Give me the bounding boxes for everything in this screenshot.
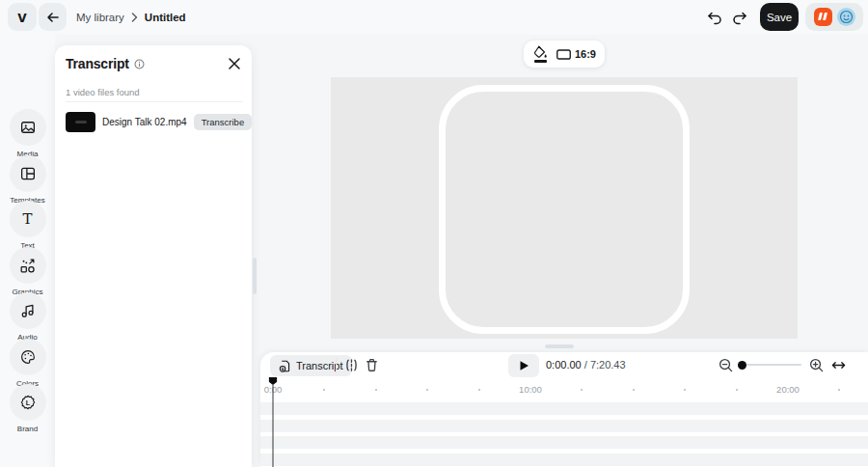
aspect-ratio-value: 16:9 [575,48,596,60]
ruler-tick-dot [838,389,840,391]
panel-scrollbar[interactable] [253,258,257,294]
playhead[interactable] [269,377,278,467]
org-badge-icon[interactable] [814,8,832,26]
playhead-flag[interactable] [269,377,278,385]
sidebar-item-templates[interactable]: Templates [0,155,55,205]
timeline-resize-handle[interactable] [545,344,574,348]
ruler-label: 20:00 [776,384,800,395]
ruler-tick-dot [426,389,428,391]
play-button[interactable] [508,354,539,377]
undo-icon[interactable] [705,9,722,26]
breadcrumb-current: Untitled [145,12,186,23]
current-time: 0:00.00 [546,359,582,371]
ruler-tick-dot [375,389,377,391]
ruler-tick-dot [323,389,325,391]
svg-text:T: T [22,210,32,228]
zoom-in-icon[interactable] [808,357,825,373]
timeline-track[interactable] [260,436,868,449]
colors-icon [19,348,37,366]
ruler-tick-dot [633,389,635,391]
sidebar-item-colors[interactable]: Colors [0,339,55,388]
timeline-ruler[interactable]: 0:0010:0020:00 [260,378,868,398]
ruler-label: 10:00 [519,384,542,395]
breadcrumb: My library Untitled [76,0,186,35]
timeline-panel: Transcript 0:00.00 / 7:20.43 0:0010:0020… [260,352,868,467]
trash-icon[interactable] [364,357,380,373]
brand-icon: L [19,394,37,411]
zoom-slider-knob[interactable] [738,361,746,370]
left-sidebar: Media Templates T Text Graphics Audio Co… [0,35,55,467]
sidebar-item-text[interactable]: T Text [0,201,55,250]
templates-icon [19,165,37,182]
transcript-doc-icon [279,360,291,372]
video-canvas[interactable] [331,77,798,339]
video-thumbnail[interactable] [66,112,95,132]
sidebar-item-brand[interactable]: L Brand [0,384,55,433]
ruler-tick-dot [581,389,583,391]
media-icon [19,119,37,136]
toolbar-divider [336,358,337,373]
background-fill-button[interactable] [532,45,549,63]
top-header: v My library Untitled Save [0,0,868,35]
sidebar-item-media[interactable]: Media [0,109,55,158]
timeline-track[interactable] [260,453,868,466]
info-icon[interactable] [134,59,145,69]
ruler-tick-dot [736,389,738,391]
sidebar-item-audio[interactable]: Audio [0,292,55,342]
time-display: 0:00.00 / 7:20.43 [546,359,626,371]
ruler-tick-dot [684,389,686,391]
playhead-line [272,385,274,467]
split-clip-icon[interactable] [343,357,360,373]
transcript-panel: Transcript 1 video files found Design Ta… [55,45,252,467]
redo-icon[interactable] [732,9,749,26]
avatar-face-icon [837,8,855,26]
total-time: 7:20.43 [590,359,626,371]
aspect-ratio-button[interactable]: 16:9 [556,48,596,60]
back-arrow-icon [45,10,61,25]
display-icon [556,49,571,60]
avatar[interactable] [837,8,855,26]
fill-color-indicator [534,60,547,63]
files-found-text: 1 video files found [66,87,140,97]
ruler-tick-dot [478,389,480,391]
video-file-name: Design Talk 02.mp4 [102,117,187,127]
timeline-track[interactable] [260,402,868,415]
canvas-frame-placeholder [439,85,690,334]
sidebar-label-brand: Brand [0,425,55,433]
canvas-toolbar: 16:9 [524,41,605,68]
play-icon [519,360,529,371]
account-pill [805,3,863,31]
video-file-row: Design Talk 02.mp4 Transcribe [66,106,243,137]
zoom-slider[interactable] [738,364,801,366]
svg-text:L: L [25,399,30,407]
audio-icon [19,302,37,319]
panel-divider [66,101,243,102]
text-icon: T [18,210,37,229]
transcribe-button[interactable]: Transcribe [194,114,253,130]
transcript-panel-title: Transcript [66,56,129,71]
timeline-track[interactable] [260,420,868,432]
timeline-tracks [260,398,868,467]
graphics-icon [18,257,37,275]
save-button[interactable]: Save [760,3,799,31]
chevron-right-icon [131,13,138,22]
time-separator: / [584,359,587,371]
timeline-transcript-button[interactable]: Transcript [270,355,352,376]
paint-bucket-icon [532,45,548,59]
vimeo-logo-glyph: v [17,8,26,27]
fit-to-width-icon[interactable] [830,357,847,373]
back-button[interactable] [39,3,67,31]
close-icon[interactable] [228,57,241,70]
timeline-toolbar: Transcript 0:00.00 / 7:20.43 [260,352,868,378]
zoom-out-icon[interactable] [718,357,734,373]
sidebar-item-graphics[interactable]: Graphics [0,247,55,296]
breadcrumb-library[interactable]: My library [76,12,124,23]
vimeo-logo[interactable]: v [8,3,37,31]
